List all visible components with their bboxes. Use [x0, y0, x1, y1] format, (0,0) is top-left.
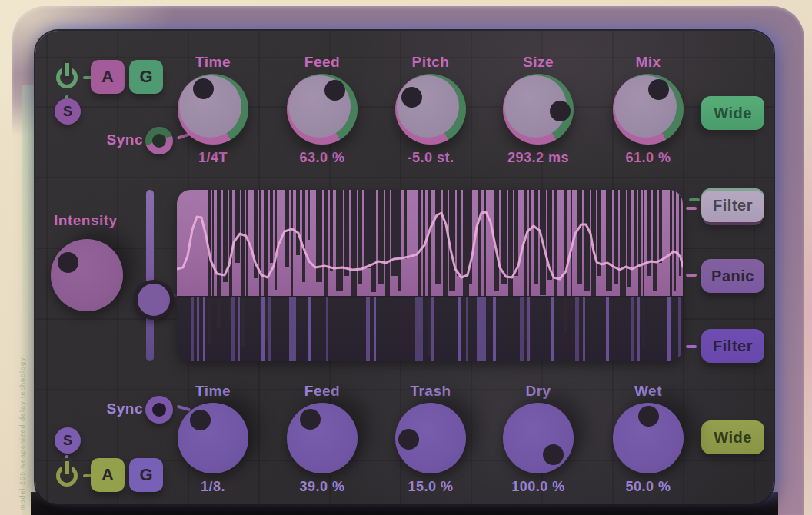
- dry-knob[interactable]: [503, 403, 574, 473]
- bottom-time-value: 1/8.: [167, 478, 259, 495]
- wide-button-bottom[interactable]: Wide: [701, 420, 764, 454]
- intensity-label: Intensity: [48, 212, 138, 229]
- top-pitch-value: -5.0 st.: [384, 149, 477, 166]
- bottom-feed-value: 39.0 %: [276, 478, 368, 495]
- waveform-graphic: [177, 190, 683, 361]
- bottom-sync-label: Sync: [95, 400, 143, 417]
- top-pitch-label: Pitch: [384, 54, 477, 71]
- top-feed-value: 63.0 %: [276, 149, 368, 166]
- knob-indicator: [550, 101, 571, 121]
- waveform-display: [177, 190, 683, 361]
- top-power-button[interactable]: [52, 63, 82, 92]
- top-sync-label: Sync: [95, 131, 143, 148]
- bottom-g-button[interactable]: G: [129, 458, 163, 492]
- filter-button-1[interactable]: Filter: [701, 188, 764, 222]
- wet-label: Wet: [602, 383, 694, 400]
- knob-indicator: [648, 79, 669, 100]
- filter1-green-tick: [689, 198, 700, 201]
- top-s-button[interactable]: S: [55, 98, 81, 125]
- knob-indicator: [190, 410, 211, 430]
- top-mix-label: Mix: [602, 54, 694, 71]
- top-pitch-knob[interactable]: [395, 74, 466, 145]
- bottom-time-knob[interactable]: [178, 403, 248, 473]
- filter1-tick: [686, 207, 697, 210]
- knob-indicator: [300, 409, 321, 430]
- bottom-feed-label: Feed: [276, 383, 368, 400]
- intensity-knob[interactable]: [51, 239, 123, 311]
- dry-label: Dry: [492, 383, 584, 400]
- knob-indicator: [638, 406, 659, 427]
- filter2-tick: [686, 345, 697, 348]
- top-mix-knob[interactable]: [613, 74, 684, 145]
- panic-tick: [686, 274, 697, 277]
- knob-indicator: [401, 87, 422, 108]
- knob-indicator: [398, 429, 419, 450]
- wide-button-top[interactable]: Wide: [701, 96, 764, 130]
- top-a-button[interactable]: A: [91, 60, 125, 94]
- top-feed-knob[interactable]: [287, 74, 358, 145]
- knob-indicator: [324, 80, 345, 101]
- intensity-slider-track[interactable]: [146, 190, 154, 361]
- knob-indicator: [58, 252, 78, 273]
- wet-knob[interactable]: [613, 403, 684, 473]
- side-model-text: model 209 weaponized delay technology: [18, 318, 26, 510]
- top-size-knob[interactable]: [503, 74, 574, 145]
- bottom-feed-knob[interactable]: [287, 403, 358, 473]
- panic-button[interactable]: Panic: [701, 259, 764, 293]
- top-size-value: 293.2 ms: [492, 149, 584, 166]
- bottom-s-button[interactable]: S: [55, 427, 81, 454]
- bottom-time-label: Time: [167, 383, 259, 400]
- filter-button-2[interactable]: Filter: [701, 329, 764, 363]
- top-feed-label: Feed: [276, 54, 368, 71]
- top-time-label: Time: [167, 54, 259, 71]
- bottom-a-button[interactable]: A: [91, 458, 125, 492]
- top-size-label: Size: [492, 54, 584, 71]
- wet-value: 50.0 %: [602, 478, 694, 495]
- trash-label: Trash: [384, 383, 477, 400]
- plugin-window: model 209 weaponized delay technology A …: [0, 0, 812, 515]
- bottom-power-button[interactable]: [52, 461, 82, 490]
- intensity-slider-handle[interactable]: [134, 280, 174, 320]
- top-time-knob[interactable]: [178, 74, 248, 145]
- dry-value: 100.0 %: [492, 478, 584, 495]
- top-time-value: 1/4T: [167, 149, 259, 166]
- trash-knob[interactable]: [395, 403, 466, 473]
- top-mix-value: 61.0 %: [602, 149, 694, 166]
- main-panel: A G S Sync Time 1/4T Feed 63.0 % Pitch -…: [35, 31, 774, 504]
- top-g-button[interactable]: G: [129, 60, 163, 94]
- knob-indicator: [543, 444, 564, 465]
- trash-value: 15.0 %: [384, 478, 477, 495]
